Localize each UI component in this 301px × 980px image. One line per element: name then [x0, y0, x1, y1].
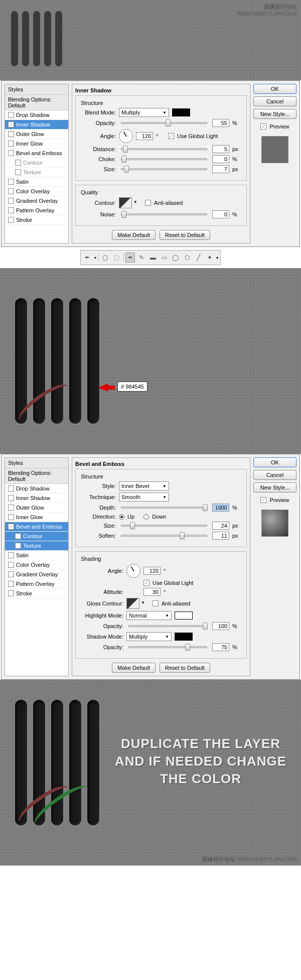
- noise-slider[interactable]: [121, 213, 207, 215]
- technique-dropdown[interactable]: Smooth: [119, 493, 169, 502]
- style-color-overlay[interactable]: Color Overlay: [5, 187, 68, 196]
- choke-slider[interactable]: [121, 158, 207, 160]
- style-inner-glow[interactable]: Inner Glow: [5, 139, 68, 149]
- highlight-mode-dropdown[interactable]: Normal: [126, 611, 172, 620]
- style-stroke[interactable]: Stroke: [5, 215, 68, 225]
- direction-down-radio[interactable]: [143, 514, 149, 520]
- gloss-contour-picker[interactable]: [126, 598, 139, 609]
- hex-color-label: # 984545: [117, 382, 147, 392]
- style-satin[interactable]: Satin: [5, 177, 68, 187]
- style-pattern-overlay[interactable]: Pattern Overlay: [5, 206, 68, 215]
- style-texture[interactable]: Texture: [5, 541, 68, 551]
- distance-slider[interactable]: [121, 148, 207, 150]
- make-default-button[interactable]: Make Default: [112, 230, 156, 240]
- line-icon[interactable]: ╱: [194, 253, 203, 263]
- choke-input[interactable]: 0: [212, 155, 229, 163]
- rounded-rect-icon[interactable]: ▭: [160, 253, 169, 263]
- style-pattern-overlay[interactable]: Pattern Overlay: [5, 579, 68, 589]
- polygon-icon[interactable]: ⬠: [182, 253, 192, 263]
- blending-options[interactable]: Blending Options: Default: [5, 95, 68, 110]
- style-outer-glow[interactable]: Outer Glow: [5, 503, 68, 513]
- noise-input[interactable]: 0: [212, 210, 229, 218]
- preview-thumbnail: [261, 510, 288, 537]
- style-color-overlay[interactable]: Color Overlay: [5, 560, 68, 570]
- bevel-size-slider[interactable]: [121, 525, 207, 527]
- highlight-color-swatch[interactable]: [175, 611, 193, 620]
- style-inner-shadow[interactable]: Inner Shadow: [5, 120, 68, 130]
- global-light-checkbox[interactable]: [168, 133, 174, 139]
- contour-picker[interactable]: [119, 197, 132, 208]
- style-inner-shadow[interactable]: Inner Shadow: [5, 494, 68, 503]
- dialog-buttons: OK Cancel New Style... Preview: [253, 84, 296, 243]
- bevel-size-input[interactable]: 24: [212, 522, 229, 530]
- bevel-angle-dial[interactable]: [126, 564, 140, 578]
- size-slider[interactable]: [121, 168, 207, 170]
- direction-up-radio[interactable]: [119, 514, 124, 520]
- hl-opacity-input[interactable]: 100: [212, 622, 229, 630]
- bevel-style-dropdown[interactable]: Inner Bevel: [119, 481, 169, 491]
- freeform-pen-icon[interactable]: ✎: [137, 253, 146, 263]
- anti-aliased-checkbox[interactable]: [145, 200, 151, 206]
- opacity-slider[interactable]: [121, 122, 207, 124]
- hl-opacity-slider[interactable]: [128, 625, 207, 627]
- styles-list: Styles Blending Options: Default Drop Sh…: [5, 84, 69, 243]
- bevel-global-light-checkbox[interactable]: [143, 580, 149, 586]
- angle-input[interactable]: 120: [136, 132, 153, 140]
- style-inner-glow[interactable]: Inner Glow: [5, 513, 68, 522]
- paths-icon[interactable]: ⬚: [112, 253, 121, 263]
- blending-options[interactable]: Blending Options: Default: [5, 468, 68, 484]
- layer-style-dialog-2: Styles Blending Options: Default Drop Sh…: [1, 454, 300, 680]
- ok-button[interactable]: OK: [253, 84, 296, 94]
- size-input[interactable]: 7: [212, 165, 229, 173]
- shadow-color-swatch[interactable]: [172, 108, 190, 116]
- bevel-settings: Bevel and Emboss Structure Style:Inner B…: [72, 457, 250, 676]
- style-texture[interactable]: Texture: [5, 168, 68, 177]
- cancel-button[interactable]: Cancel: [253, 470, 296, 480]
- pen-tool-icon[interactable]: ✒: [83, 253, 92, 263]
- style-contour[interactable]: Contour: [5, 532, 68, 541]
- style-bevel[interactable]: Bevel and Emboss: [5, 522, 68, 532]
- style-gradient-overlay[interactable]: Gradient Overlay: [5, 196, 68, 206]
- style-drop-shadow[interactable]: Drop Shadow: [5, 484, 68, 494]
- new-style-button[interactable]: New Style...: [253, 482, 296, 493]
- depth-slider[interactable]: [121, 507, 207, 509]
- reset-default-button[interactable]: Reset to Default: [160, 663, 210, 673]
- style-satin[interactable]: Satin: [5, 551, 68, 560]
- bevel-shadow-color-swatch[interactable]: [175, 633, 193, 641]
- altitude-input[interactable]: 30: [143, 588, 161, 596]
- style-contour[interactable]: Contour: [5, 158, 68, 168]
- shape-layers-icon[interactable]: ▢: [100, 253, 110, 263]
- opacity-input[interactable]: 55: [212, 119, 229, 127]
- preview-section-3: DUPLICATE THE LAYER AND IF NEEDED CHANGE…: [0, 680, 301, 866]
- make-default-button[interactable]: Make Default: [112, 663, 156, 673]
- bevel-angle-input[interactable]: 120: [143, 567, 161, 575]
- pen-toolbar: ✒▾ ▢ ⬚ ✒ ✎ ▬ ▭ ◯ ⬠ ╱ ✦▾: [80, 250, 221, 265]
- ellipse-icon[interactable]: ◯: [171, 253, 181, 263]
- soften-slider[interactable]: [121, 535, 207, 537]
- style-bevel[interactable]: Bevel and Emboss: [5, 149, 68, 158]
- pen-icon[interactable]: ✒: [125, 253, 135, 263]
- ok-button[interactable]: OK: [253, 457, 296, 467]
- rect-icon[interactable]: ▬: [148, 253, 158, 263]
- shadow-mode-dropdown[interactable]: Multiply: [126, 632, 172, 641]
- preview-section-1: 思缘设计论坛WWW.MISSYUAN.COM: [0, 0, 301, 80]
- style-stroke[interactable]: Stroke: [5, 589, 68, 598]
- style-drop-shadow[interactable]: Drop Shadow: [5, 110, 68, 120]
- preview-checkbox[interactable]: [260, 497, 266, 503]
- blend-mode-dropdown[interactable]: Multiply: [119, 108, 169, 117]
- preview-checkbox[interactable]: [260, 124, 266, 130]
- new-style-button[interactable]: New Style...: [253, 109, 296, 119]
- soften-input[interactable]: 11: [212, 532, 229, 540]
- style-outer-glow[interactable]: Outer Glow: [5, 130, 68, 139]
- custom-shape-icon[interactable]: ✦: [205, 253, 214, 263]
- sh-opacity-slider[interactable]: [128, 646, 207, 648]
- angle-dial[interactable]: [119, 129, 133, 143]
- depth-input[interactable]: 1000: [212, 504, 229, 512]
- bevel-anti-aliased-checkbox[interactable]: [153, 600, 159, 606]
- reset-default-button[interactable]: Reset to Default: [160, 230, 210, 240]
- style-gradient-overlay[interactable]: Gradient Overlay: [5, 570, 68, 579]
- sh-opacity-input[interactable]: 75: [212, 643, 229, 651]
- cancel-button[interactable]: Cancel: [253, 96, 296, 106]
- distance-input[interactable]: 5: [212, 145, 229, 153]
- instruction-text: DUPLICATE THE LAYER AND IF NEEDED CHANGE…: [110, 735, 291, 788]
